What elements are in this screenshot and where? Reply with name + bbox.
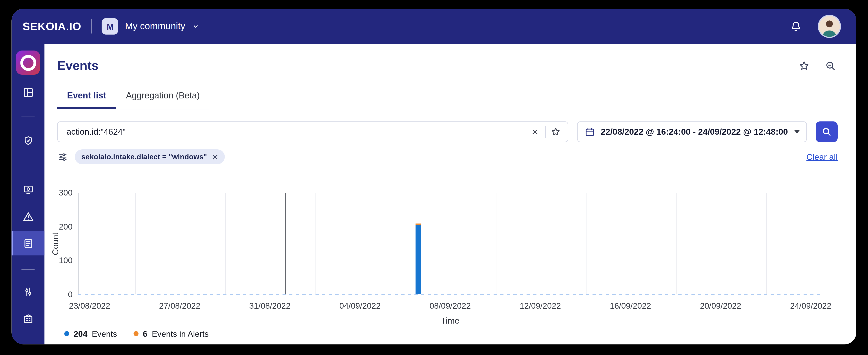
- y-tick-label: 0: [52, 290, 72, 299]
- chevron-down-icon[interactable]: [192, 23, 199, 30]
- query-input-value[interactable]: action.id:"4624": [67, 127, 529, 137]
- user-avatar[interactable]: [818, 15, 841, 38]
- vertical-gridline: [496, 193, 496, 295]
- sidebar-item-organization[interactable]: [12, 306, 44, 331]
- chart-marker-line: [285, 193, 286, 295]
- filter-chip-label: sekoiaio.intake.dialect = "windows": [81, 153, 207, 161]
- tab-aggregation[interactable]: Aggregation (Beta): [116, 88, 210, 109]
- sidebar-item-events[interactable]: [12, 231, 44, 256]
- bell-icon[interactable]: [789, 20, 803, 33]
- page-title: Events: [57, 58, 99, 73]
- caret-down-icon: [794, 130, 800, 134]
- chart: Count Time 010020030023/08/202227/08/202…: [52, 186, 822, 324]
- x-tick-label: 04/09/2022: [339, 301, 381, 311]
- date-range-picker[interactable]: 22/08/2022 @ 16:24:00 - 24/09/2022 @ 12:…: [577, 122, 807, 142]
- x-tick-label: 08/09/2022: [430, 301, 471, 311]
- clear-query-icon[interactable]: ✕: [529, 127, 541, 137]
- filter-chip[interactable]: sekoiaio.intake.dialect = "windows" ✕: [75, 150, 225, 164]
- vertical-gridline: [766, 193, 767, 295]
- zero-dashed-line: [78, 294, 822, 295]
- y-tick-label: 300: [52, 188, 72, 197]
- screen: SEKOIA.IO M My community: [0, 0, 868, 355]
- tuner-icon: [22, 286, 34, 297]
- vertical-gridline: [315, 193, 316, 295]
- sekoia-logo-icon: [20, 55, 36, 71]
- page-header: Events: [57, 58, 837, 73]
- sidebar-divider: [22, 269, 35, 270]
- search-row: action.id:"4624" ✕ 22/08/2: [57, 122, 838, 142]
- sidebar-item-telemetry[interactable]: [12, 178, 44, 202]
- community-badge[interactable]: M: [102, 18, 119, 35]
- community-selector-label[interactable]: My community: [125, 21, 185, 32]
- vertical-gridline: [676, 193, 677, 295]
- sidebar-item-dashboard[interactable]: [12, 80, 44, 104]
- search-button[interactable]: [816, 122, 838, 142]
- x-tick-label: 27/08/2022: [159, 301, 200, 311]
- clear-all-link[interactable]: Clear all: [806, 152, 838, 162]
- saved-search-icon[interactable]: [825, 60, 837, 72]
- query-input[interactable]: action.id:"4624" ✕: [57, 122, 568, 142]
- legend-item-events-in-alerts[interactable]: 6 Events in Alerts: [133, 329, 209, 338]
- sidebar-item-playbooks[interactable]: [12, 280, 44, 304]
- legend-count: 6: [143, 329, 148, 338]
- y-tick-label: 100: [52, 256, 72, 265]
- vertical-gridline: [225, 193, 226, 295]
- save-query-star-icon[interactable]: [550, 126, 561, 137]
- x-tick-label: 24/09/2022: [790, 301, 832, 311]
- legend-item-events[interactable]: 204 Events: [64, 329, 117, 338]
- legend-count: 204: [74, 329, 88, 338]
- main-content: Events Event list Aggreg: [44, 44, 857, 345]
- x-tick-label: 20/09/2022: [700, 301, 741, 311]
- app-body: Events Event list Aggreg: [12, 44, 857, 345]
- date-range-value: 22/08/2022 @ 16:24:00 - 24/09/2022 @ 12:…: [601, 127, 789, 137]
- bar-segment-events: [415, 225, 421, 294]
- vertical-gridline: [586, 193, 587, 295]
- x-tick-label: 23/08/2022: [69, 301, 111, 311]
- events-list-icon: [22, 237, 34, 249]
- vertical-gridline: [135, 193, 136, 295]
- x-tick-label: 16/09/2022: [610, 301, 651, 311]
- building-icon: [22, 313, 34, 324]
- filter-row: sekoiaio.intake.dialect = "windows" ✕ Cl…: [57, 150, 838, 164]
- plot-area[interactable]: [78, 193, 823, 295]
- legend-dot-orange: [133, 331, 138, 336]
- y-tick-label: 200: [52, 222, 72, 231]
- x-tick-label: 12/09/2022: [520, 301, 561, 311]
- tab-event-list[interactable]: Event list: [57, 88, 116, 109]
- bar-segment-events-in-alerts: [415, 223, 421, 225]
- sidebar-divider: [22, 116, 35, 117]
- sidebar-item-alerts[interactable]: [12, 204, 44, 228]
- brand-logo[interactable]: SEKOIA.IO: [23, 20, 81, 33]
- filter-adjustments-icon[interactable]: [57, 151, 68, 162]
- legend-dot-blue: [64, 331, 69, 336]
- legend-label: Events in Alerts: [152, 329, 209, 338]
- x-axis-title: Time: [441, 316, 460, 326]
- dashboard-icon: [22, 87, 34, 98]
- sidebar-item-logo[interactable]: [16, 51, 40, 75]
- shield-check-icon: [22, 135, 34, 147]
- favorite-star-icon[interactable]: [798, 60, 810, 72]
- chart-legend: 204 Events 6 Events in Alerts: [64, 329, 857, 338]
- calendar-icon: [584, 126, 595, 137]
- event-bar[interactable]: [415, 223, 421, 294]
- sidebar-item-intelligence[interactable]: [12, 129, 44, 153]
- alert-triangle-icon: [22, 211, 34, 222]
- remove-filter-icon[interactable]: ✕: [212, 153, 218, 161]
- search-icon: [821, 126, 832, 137]
- vertical-gridline: [406, 193, 406, 295]
- monitor-record-icon: [22, 184, 34, 195]
- app-window: SEKOIA.IO M My community: [12, 9, 857, 345]
- input-separator: [545, 126, 546, 138]
- tab-bar: Event list Aggregation (Beta): [57, 88, 210, 109]
- sidebar: [12, 44, 44, 345]
- top-navbar: SEKOIA.IO M My community: [12, 9, 857, 44]
- x-tick-label: 31/08/2022: [249, 301, 291, 311]
- navbar-divider: [91, 19, 92, 34]
- legend-label: Events: [92, 329, 117, 338]
